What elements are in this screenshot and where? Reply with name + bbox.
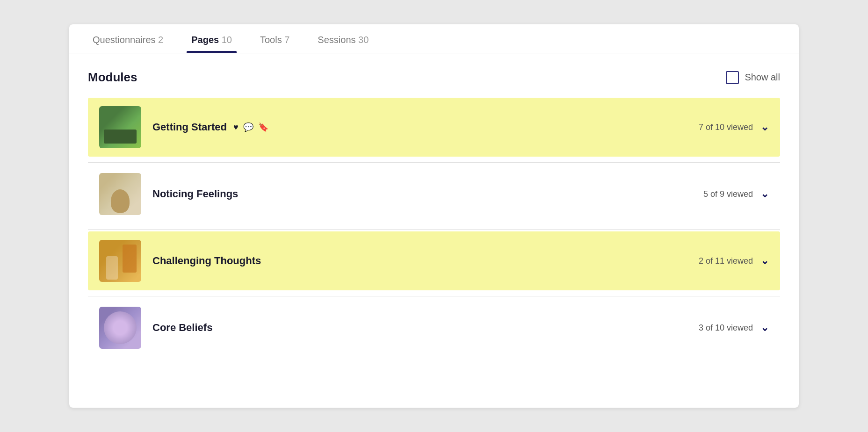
tab-pages[interactable]: Pages 10 xyxy=(187,24,237,53)
module-info-noticing-feelings: Noticing Feelings xyxy=(141,188,703,200)
tab-tools[interactable]: Tools 7 xyxy=(255,24,294,53)
module-name-row: Challenging Thoughts xyxy=(152,255,687,267)
chevron-down-icon-challenging-thoughts[interactable]: ⌄ xyxy=(760,255,769,267)
chevron-down-icon-getting-started[interactable]: ⌄ xyxy=(760,121,769,133)
tab-sessions[interactable]: Sessions 30 xyxy=(313,24,373,53)
modules-header: Modules Show all xyxy=(88,70,780,85)
module-item-core-beliefs[interactable]: Core Beliefs 3 of 10 viewed ⌄ xyxy=(88,298,780,357)
viewed-count-core-beliefs: 3 of 10 viewed xyxy=(699,323,753,333)
chevron-down-icon-core-beliefs[interactable]: ⌄ xyxy=(760,322,769,334)
show-all-toggle[interactable]: Show all xyxy=(726,71,780,84)
module-item-challenging-thoughts[interactable]: Challenging Thoughts 2 of 11 viewed ⌄ xyxy=(88,231,780,290)
module-name-getting-started: Getting Started xyxy=(152,121,227,133)
tabs-nav: Questionnaires 2 Pages 10 Tools 7 Sessio… xyxy=(69,24,799,53)
module-meta-core-beliefs: 3 of 10 viewed ⌄ xyxy=(699,322,769,334)
divider xyxy=(88,162,780,163)
module-thumbnail-challenging-thoughts xyxy=(99,240,141,282)
module-info-core-beliefs: Core Beliefs xyxy=(141,322,699,334)
module-name-core-beliefs: Core Beliefs xyxy=(152,322,212,334)
chevron-down-icon-noticing-feelings[interactable]: ⌄ xyxy=(760,188,769,200)
bookmark-icon: 🔖 xyxy=(258,122,268,132)
content-area: Modules Show all Getting Started ♥💬🔖 7 o… xyxy=(69,53,799,378)
viewed-count-noticing-feelings: 5 of 9 viewed xyxy=(703,189,753,199)
module-meta-noticing-feelings: 5 of 9 viewed ⌄ xyxy=(703,188,769,200)
module-meta-challenging-thoughts: 2 of 11 viewed ⌄ xyxy=(699,255,769,267)
divider xyxy=(88,229,780,230)
viewed-count-challenging-thoughts: 2 of 11 viewed xyxy=(699,256,753,266)
module-item-getting-started[interactable]: Getting Started ♥💬🔖 7 of 10 viewed ⌄ xyxy=(88,98,780,157)
tab-questionnaires[interactable]: Questionnaires 2 xyxy=(88,24,168,53)
module-meta-getting-started: 7 of 10 viewed ⌄ xyxy=(699,121,769,133)
show-all-checkbox[interactable] xyxy=(726,71,739,84)
module-name-row: Noticing Feelings xyxy=(152,188,692,200)
module-list: Getting Started ♥💬🔖 7 of 10 viewed ⌄ Not… xyxy=(88,98,780,361)
divider xyxy=(88,296,780,296)
main-card: Questionnaires 2 Pages 10 Tools 7 Sessio… xyxy=(69,24,799,408)
module-thumbnail-getting-started xyxy=(99,106,141,148)
heart-icon: ♥ xyxy=(233,122,239,132)
module-name-row: Getting Started ♥💬🔖 xyxy=(152,121,687,133)
module-name-challenging-thoughts: Challenging Thoughts xyxy=(152,255,261,267)
comment-icon: 💬 xyxy=(243,122,253,132)
module-item-noticing-feelings[interactable]: Noticing Feelings 5 of 9 viewed ⌄ xyxy=(88,165,780,223)
module-icons: ♥💬🔖 xyxy=(233,122,268,132)
module-name-noticing-feelings: Noticing Feelings xyxy=(152,188,238,200)
viewed-count-getting-started: 7 of 10 viewed xyxy=(699,122,753,132)
module-info-challenging-thoughts: Challenging Thoughts xyxy=(141,255,699,267)
module-thumbnail-core-beliefs xyxy=(99,307,141,349)
show-all-label: Show all xyxy=(745,72,780,83)
module-thumbnail-noticing-feelings xyxy=(99,173,141,215)
modules-title: Modules xyxy=(88,70,137,85)
module-name-row: Core Beliefs xyxy=(152,322,687,334)
module-info-getting-started: Getting Started ♥💬🔖 xyxy=(141,121,699,133)
